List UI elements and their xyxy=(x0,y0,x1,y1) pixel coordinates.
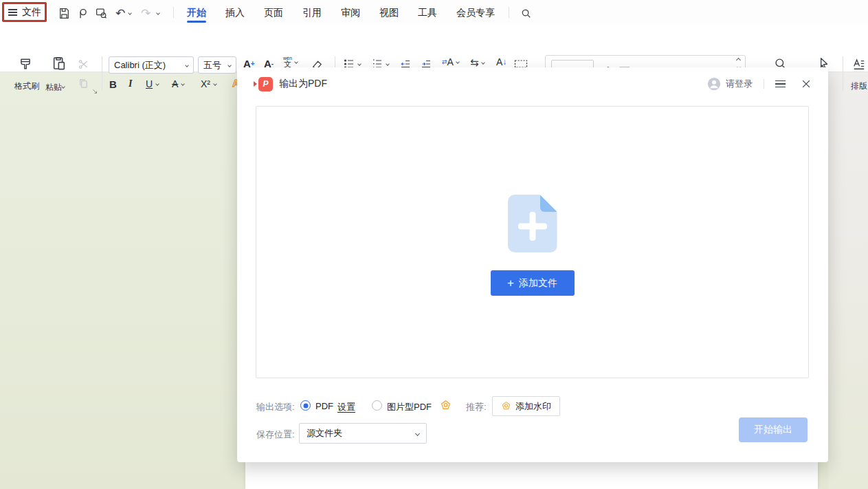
save-location-label: 保存位置: xyxy=(256,428,295,441)
undo-dropdown-icon[interactable] xyxy=(126,6,134,21)
export-pdf-icon[interactable] xyxy=(76,6,91,21)
login-link[interactable]: 请登录 xyxy=(726,78,753,90)
redo-dropdown-icon[interactable] xyxy=(154,6,162,21)
copy-icon[interactable] xyxy=(78,78,89,89)
font-size-select[interactable]: 五号 xyxy=(198,56,236,74)
file-menu-button[interactable]: 文件 xyxy=(8,4,41,21)
menubar-divider xyxy=(173,7,174,18)
hamburger-icon xyxy=(8,8,17,17)
tab-view[interactable]: 视图 xyxy=(379,0,399,25)
dialog-menu-icon[interactable] xyxy=(775,78,786,90)
ribbon-divider-3 xyxy=(843,56,843,91)
tab-member[interactable]: 会员专享 xyxy=(456,0,495,25)
page-fold-icon xyxy=(540,195,557,212)
select-chevron-icon xyxy=(415,431,420,435)
tab-tools[interactable]: 工具 xyxy=(418,0,437,25)
recommend-label: 推荐: xyxy=(466,401,487,413)
text-direction-icon[interactable]: ⇄ A xyxy=(442,57,459,67)
tab-home[interactable]: 开始 xyxy=(187,0,206,25)
close-icon[interactable] xyxy=(801,78,812,89)
sort-icon[interactable]: A ↓ xyxy=(496,57,507,67)
styles-scroll-up-icon[interactable] xyxy=(736,58,741,63)
paste-label: 粘贴 xyxy=(45,83,62,92)
image-pdf-radio[interactable] xyxy=(372,400,382,411)
image-pdf-radio-label[interactable]: 图片型PDF xyxy=(387,401,432,413)
superscript-icon[interactable]: X² xyxy=(201,79,216,89)
font-family-select[interactable]: Calibri (正文) xyxy=(109,56,194,74)
wps-writer-window: 文件 ↶ ↷ 开始 插入 页面 引 xyxy=(0,0,868,489)
dialog-header: P 输出为PDF 请登录 xyxy=(237,67,828,100)
menu-bar: 文件 ↶ ↷ 开始 插入 页面 引 xyxy=(0,0,868,25)
font-family-value: Calibri (正文) xyxy=(114,59,166,72)
font-size-value: 五号 xyxy=(203,59,221,72)
dialog-title: 输出为PDF xyxy=(279,78,327,90)
italic-icon[interactable]: I xyxy=(129,79,132,89)
add-watermark-label: 添加水印 xyxy=(515,400,551,413)
pdf-badge-arrow-icon xyxy=(254,81,257,87)
tab-page[interactable]: 页面 xyxy=(264,0,283,25)
file-drop-zone[interactable]: + 添加文件 xyxy=(256,106,809,378)
format-painter-icon[interactable] xyxy=(18,56,33,72)
tab-review[interactable]: 审阅 xyxy=(341,0,360,25)
layout-tool-icon[interactable] xyxy=(852,57,866,71)
dialog-header-right: 请登录 xyxy=(707,77,812,91)
tab-reference[interactable]: 引用 xyxy=(302,0,322,25)
layout-tool-label[interactable]: 排版 xyxy=(851,80,867,92)
output-options-label: 输出选项: xyxy=(256,401,295,413)
add-file-icon xyxy=(508,195,557,252)
add-watermark-button[interactable]: 添加水印 xyxy=(492,396,560,416)
save-location-value: 源文件夹 xyxy=(307,427,342,439)
format-painter-label[interactable]: 格式刷 xyxy=(12,80,41,92)
phonetic-guide-icon[interactable]: wén 文 xyxy=(283,56,298,68)
bold-icon[interactable]: B xyxy=(109,79,117,89)
underline-icon[interactable]: U xyxy=(146,79,159,89)
search-icon[interactable] xyxy=(518,6,533,21)
cut-icon[interactable] xyxy=(78,58,89,70)
pdf-radio-label[interactable]: PDF xyxy=(315,401,333,411)
paste-icon[interactable] xyxy=(51,55,67,72)
clipboard-launcher-icon[interactable] xyxy=(91,88,98,95)
export-pdf-dialog: P 输出为PDF 请登录 xyxy=(237,67,828,462)
member-badge-icon xyxy=(440,400,452,411)
tab-insert[interactable]: 插入 xyxy=(225,0,245,25)
pdf-badge-icon: P xyxy=(254,77,273,91)
pdf-settings-link[interactable]: 设置 xyxy=(337,401,355,413)
ribbon-tabs: 开始 插入 页面 引用 审阅 视图 工具 会员专享 xyxy=(187,0,495,25)
plus-icon: + xyxy=(507,277,514,289)
save-location-select[interactable]: 源文件夹 xyxy=(299,423,427,444)
file-menu-label: 文件 xyxy=(22,6,41,19)
start-export-button[interactable]: 开始输出 xyxy=(739,417,808,442)
header-divider xyxy=(764,79,764,89)
add-file-label: 添加文件 xyxy=(519,277,557,290)
strikethrough-icon[interactable]: A xyxy=(172,79,184,89)
paste-button[interactable]: 粘贴 xyxy=(45,80,65,94)
save-icon[interactable] xyxy=(56,6,71,21)
ribbon-toolbar: 格式刷 粘贴 Calibri (正文) xyxy=(0,25,868,72)
document-area-right xyxy=(828,72,868,489)
add-file-button[interactable]: + 添加文件 xyxy=(491,270,575,296)
pdf-radio[interactable] xyxy=(300,400,311,411)
menubar-divider-2 xyxy=(509,7,509,18)
document-page xyxy=(245,462,818,489)
print-preview-icon[interactable] xyxy=(93,6,109,21)
wrap-direction-icon[interactable]: ⇆ xyxy=(470,57,485,67)
avatar-icon[interactable] xyxy=(707,77,721,91)
ribbon-divider-1 xyxy=(102,56,102,91)
redo-icon[interactable]: ↷ xyxy=(138,6,153,21)
